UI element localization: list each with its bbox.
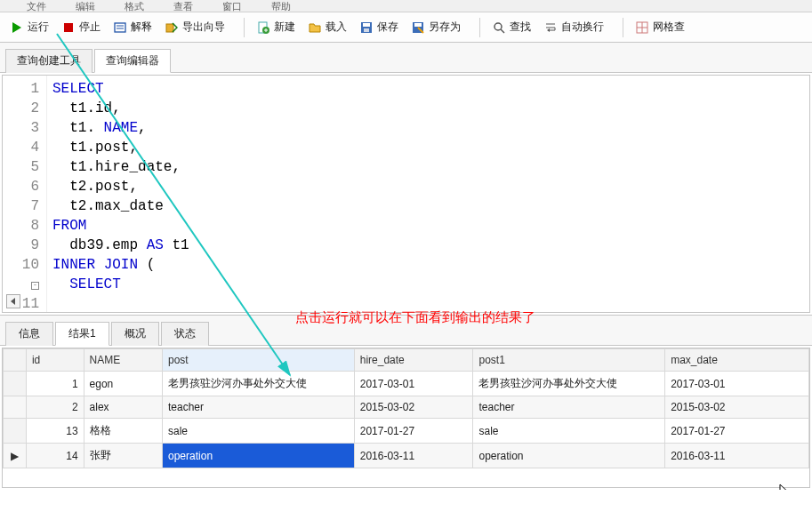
svg-rect-5 (166, 24, 173, 32)
sql-editor[interactable]: 12345678910 -11 SELECT t1.id, t1. NAME, … (2, 75, 810, 313)
line-gutter: 12345678910 -11 (3, 76, 47, 313)
cell[interactable]: 2017-03-01 (354, 372, 473, 396)
cell[interactable]: 2017-03-01 (665, 372, 809, 396)
menu-format[interactable]: 格式 (125, 0, 144, 12)
folder-open-icon (308, 20, 322, 35)
column-header[interactable]: id (26, 349, 84, 372)
tab-status[interactable]: 状态 (161, 322, 209, 346)
find-button[interactable]: 查找 (487, 17, 535, 37)
svg-rect-12 (364, 28, 369, 32)
menu-window[interactable]: 窗口 (222, 0, 242, 12)
new-label: 新建 (274, 20, 295, 35)
run-button[interactable]: 运行 (5, 17, 53, 37)
table-row[interactable]: 13格格sale2017-01-27sale2017-01-27 (4, 419, 809, 444)
explain-button[interactable]: 解释 (109, 17, 157, 37)
grid-label: 网格查 (653, 20, 685, 35)
wrap-label: 自动换行 (561, 20, 604, 35)
cell[interactable]: 14 (26, 444, 84, 468)
cell[interactable]: 1 (26, 372, 84, 396)
stop-button[interactable]: 停止 (57, 17, 105, 37)
editor-tabs: 查询创建工具 查询编辑器 (0, 43, 812, 73)
toolbar-separator (479, 18, 480, 37)
cell[interactable] (4, 419, 27, 444)
load-label: 载入 (326, 20, 347, 35)
table-row[interactable]: 1egon老男孩驻沙河办事处外交大使2017-03-01老男孩驻沙河办事处外交大… (4, 372, 809, 396)
cell[interactable] (4, 372, 27, 396)
menu-view[interactable]: 查看 (173, 0, 193, 12)
menu-bar[interactable]: 文件 编辑 格式 查看 窗口 帮助 (0, 0, 812, 12)
new-icon (256, 20, 270, 35)
cell[interactable]: 2017-01-27 (354, 419, 473, 444)
search-icon (492, 20, 506, 35)
column-header[interactable]: hire_date (354, 349, 473, 372)
svg-marker-23 (11, 298, 15, 305)
cell[interactable]: operation (473, 444, 665, 468)
cell[interactable]: 2015-03-02 (665, 396, 809, 419)
export-icon (165, 20, 179, 35)
export-wizard-button[interactable]: 导出向导 (160, 17, 229, 37)
menu-help[interactable]: 帮助 (271, 0, 291, 12)
tab-info[interactable]: 信息 (5, 322, 53, 346)
cell[interactable]: sale (163, 419, 355, 444)
cell[interactable]: 老男孩驻沙河办事处外交大使 (473, 372, 665, 396)
cell[interactable]: 2016-03-11 (354, 444, 473, 468)
svg-marker-19 (547, 28, 550, 32)
svg-line-16 (501, 29, 504, 33)
cell[interactable]: operation (163, 444, 355, 468)
explain-label: 解释 (131, 20, 152, 35)
cell[interactable]: sale (473, 419, 665, 444)
run-label: 运行 (28, 20, 49, 35)
svg-marker-0 (12, 22, 21, 33)
cell[interactable]: 13 (26, 419, 84, 444)
export-wizard-label: 导出向导 (182, 20, 225, 35)
column-header[interactable]: max_date (665, 349, 809, 372)
tab-query-builder[interactable]: 查询创建工具 (5, 49, 92, 73)
cell[interactable]: 格格 (84, 419, 162, 444)
menu-file[interactable]: 文件 (27, 0, 46, 12)
menu-edit[interactable]: 编辑 (76, 0, 95, 12)
grid-layout-button[interactable]: 网格查 (631, 17, 689, 37)
cell[interactable]: 老男孩驻沙河办事处外交大使 (163, 372, 355, 396)
column-header[interactable]: post (163, 349, 355, 372)
scroll-left-icon[interactable] (6, 294, 20, 308)
grid-icon (635, 20, 649, 35)
column-header[interactable] (4, 349, 27, 372)
cell[interactable]: alex (84, 396, 162, 419)
column-header[interactable]: post1 (473, 349, 665, 372)
svg-rect-1 (64, 23, 73, 32)
cell[interactable]: 2016-03-11 (665, 444, 809, 468)
load-button[interactable]: 载入 (303, 17, 351, 37)
code-area[interactable]: SELECT t1.id, t1. NAME, t1.post, t1.hire… (47, 76, 195, 313)
cell[interactable]: 2 (26, 396, 84, 419)
save-icon (359, 20, 374, 35)
tab-query-editor[interactable]: 查询编辑器 (94, 49, 171, 73)
cell[interactable] (4, 396, 27, 419)
save-label: 保存 (377, 20, 398, 35)
table-row[interactable]: ▶14张野operation2016-03-11operation2016-03… (4, 444, 809, 468)
cell[interactable]: teacher (163, 396, 355, 419)
explain-icon (113, 20, 127, 35)
save-as-button[interactable]: 另存为 (406, 17, 465, 37)
cell[interactable]: egon (84, 372, 162, 396)
wrap-icon (543, 20, 558, 35)
column-header[interactable]: NAME (84, 349, 162, 372)
toolbar-separator (623, 18, 623, 37)
cell[interactable]: 2015-03-02 (354, 396, 473, 419)
find-label: 查找 (510, 20, 531, 35)
svg-rect-14 (414, 23, 422, 27)
save-button[interactable]: 保存 (355, 17, 403, 37)
result-tabs: 信息 结果1 概况 状态 (0, 315, 812, 346)
wrap-button[interactable]: 自动换行 (539, 17, 608, 37)
tab-result1[interactable]: 结果1 (55, 322, 109, 346)
cell[interactable]: 2017-01-27 (665, 419, 809, 444)
cell[interactable]: teacher (473, 396, 665, 419)
new-button[interactable]: 新建 (252, 17, 300, 37)
tab-profile[interactable]: 概况 (111, 322, 159, 346)
save-as-label: 另存为 (429, 20, 461, 35)
result-grid[interactable]: idNAMEposthire_datepost1max_date 1egon老男… (2, 348, 810, 488)
cell[interactable]: 张野 (84, 444, 162, 468)
cell[interactable]: ▶ (4, 444, 27, 468)
play-icon (10, 20, 24, 35)
stop-icon (61, 20, 76, 35)
table-row[interactable]: 2alexteacher2015-03-02teacher2015-03-02 (4, 396, 809, 419)
